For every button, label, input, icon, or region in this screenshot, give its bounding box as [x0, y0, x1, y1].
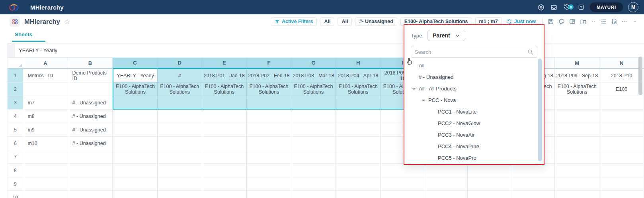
cell-E8[interactable] [202, 164, 247, 177]
cell-A10[interactable] [23, 191, 68, 198]
cell-N4[interactable] [599, 110, 644, 123]
tree-item[interactable]: All - All Products [404, 83, 544, 94]
cell-L10[interactable] [510, 191, 555, 198]
cell-B4[interactable]: # - Unassigned [68, 110, 113, 123]
cell-B8[interactable] [68, 164, 113, 177]
cell-B2[interactable] [68, 82, 113, 96]
tree-item[interactable]: PCC4 - NovaPure [404, 141, 544, 152]
cell-F3[interactable] [247, 96, 291, 110]
cell-M5[interactable] [555, 123, 599, 137]
cell-C10[interactable] [113, 191, 157, 198]
cell-N6[interactable] [599, 137, 644, 150]
cell-G10[interactable] [291, 191, 336, 198]
col-header-C[interactable]: C [113, 58, 157, 69]
save-icon[interactable] [547, 18, 554, 25]
cell-G8[interactable] [291, 164, 336, 177]
cell-G6[interactable] [291, 137, 336, 150]
cell-C9[interactable] [113, 177, 157, 191]
cell-G1[interactable]: 2018.P03 - Mar-18 [291, 69, 336, 82]
cell-N5[interactable] [599, 123, 644, 137]
cell-A3[interactable]: m7 [23, 96, 68, 110]
cell-M3[interactable] [555, 96, 599, 110]
tree-item[interactable]: # - Unassigned [404, 71, 544, 83]
cell-A7[interactable] [23, 150, 68, 164]
col-header-E[interactable]: E [202, 58, 247, 69]
cell-A9[interactable] [23, 177, 68, 191]
col-header-B[interactable]: B [68, 58, 113, 69]
cell-N7[interactable] [599, 150, 644, 164]
cell-N10[interactable] [599, 191, 644, 198]
row-header-2[interactable]: 2 [8, 82, 23, 96]
cell-E4[interactable] [202, 110, 247, 123]
active-filters-button[interactable]: Active Filters [271, 17, 317, 26]
cell-F9[interactable] [247, 177, 291, 191]
cell-D3[interactable] [158, 96, 202, 110]
col-header-A[interactable]: A [23, 58, 68, 69]
cell-F8[interactable] [247, 164, 291, 177]
col-header-G[interactable]: G [291, 58, 336, 69]
cell-D10[interactable] [158, 191, 202, 198]
cell-C4[interactable] [113, 110, 157, 123]
cell-B10[interactable] [68, 191, 113, 198]
tree-item[interactable]: PCC5 - NovaPro [404, 152, 544, 164]
cell-E10[interactable] [202, 191, 247, 198]
row-header-7[interactable]: 7 [8, 150, 23, 164]
cell-C1[interactable]: YEARLY - Yearly [113, 69, 157, 82]
cell-E7[interactable] [202, 150, 247, 164]
cell-C6[interactable] [113, 137, 157, 150]
help-icon[interactable]: ? [578, 4, 585, 11]
cell-B5[interactable]: # - Unassigned [68, 123, 113, 137]
cell-F10[interactable] [247, 191, 291, 198]
select-all-corner[interactable] [8, 58, 23, 69]
tree-item[interactable]: PCC3 - NovaAir [404, 129, 544, 141]
cell-C3[interactable] [113, 96, 157, 110]
cell-G3[interactable] [291, 96, 336, 110]
cell-B3[interactable]: # - Unassigned [68, 96, 113, 110]
cell-D9[interactable] [158, 177, 202, 191]
cell-D1[interactable]: # [158, 69, 202, 82]
chevron-down-icon[interactable] [591, 19, 596, 24]
cell-M9[interactable] [555, 177, 599, 191]
col-header-F[interactable]: F [247, 58, 291, 69]
filter-chip[interactable]: All [338, 17, 352, 26]
cell-H9[interactable] [336, 177, 381, 191]
cell-F2[interactable]: E100 - AlphaTech Solutions [247, 82, 291, 96]
cell-A4[interactable]: m8 [23, 110, 68, 123]
cell-E1[interactable]: 2018.P01 - Jan-18 [202, 69, 247, 82]
cell-G9[interactable] [291, 177, 336, 191]
chevron-down-icon[interactable] [421, 98, 428, 103]
col-header-N[interactable]: N [599, 58, 644, 69]
favorite-star-icon[interactable]: ☆ [64, 18, 70, 26]
cell-D2[interactable]: E100 - AlphaTech Solutions [158, 82, 202, 96]
cell-D7[interactable] [158, 150, 202, 164]
inbox-icon[interactable] [550, 4, 558, 11]
row-header-10[interactable]: 10 [8, 191, 23, 198]
folder-export-icon[interactable] [580, 18, 587, 25]
row-header-4[interactable]: 4 [8, 110, 23, 123]
collapse-chevron-icon[interactable] [632, 19, 638, 24]
cell-I8[interactable] [381, 164, 425, 177]
row-header-6[interactable]: 6 [8, 137, 23, 150]
settings-icon[interactable] [537, 4, 545, 11]
cell-F5[interactable] [247, 123, 291, 137]
cell-F6[interactable] [247, 137, 291, 150]
cell-A5[interactable]: m9 [23, 123, 68, 137]
cell-G2[interactable]: E100 - AlphaTech Solutions [291, 82, 336, 96]
cell-G5[interactable] [291, 123, 336, 137]
cell-C2[interactable]: E100 - AlphaTech Solutions [113, 82, 157, 96]
cell-M10[interactable] [555, 191, 599, 198]
cell-B9[interactable] [68, 177, 113, 191]
cell-F4[interactable] [247, 110, 291, 123]
cell-H2[interactable]: E100 - AlphaTech Solutions [336, 82, 381, 96]
cell-M7[interactable] [555, 150, 599, 164]
tree-item[interactable]: PCC2 - NovaGlow [404, 118, 544, 129]
cell-A1[interactable]: Metrics - ID [23, 69, 68, 82]
cell-K10[interactable] [468, 191, 510, 198]
cell-C5[interactable] [113, 123, 157, 137]
cell-D4[interactable] [158, 110, 202, 123]
sheet-vertical-scrollbar[interactable] [638, 57, 642, 95]
row-header-1[interactable]: 1 [8, 69, 23, 82]
history-icon[interactable]: 0 [563, 3, 571, 11]
search-input[interactable] [415, 49, 527, 55]
cell-D8[interactable] [158, 164, 202, 177]
